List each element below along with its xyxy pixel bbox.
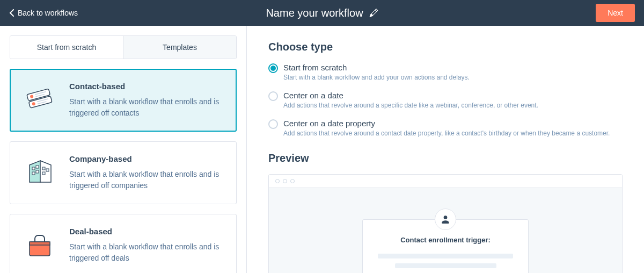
radio-desc: Add actions that revolve around a contac… — [283, 130, 610, 137]
radio-text: Start from scratch Start with a blank wo… — [283, 63, 470, 81]
svg-rect-10 — [32, 167, 35, 170]
skeleton-line — [395, 263, 496, 268]
card-deal-based[interactable]: Deal-based Start with a blank workflow t… — [10, 214, 237, 273]
tabs: Start from scratch Templates — [10, 35, 237, 59]
radio-center-on-date[interactable]: Center on a date Add actions that revolv… — [268, 91, 623, 109]
preview-body: Contact enrollment trigger: — [269, 188, 622, 273]
svg-rect-18 — [30, 242, 50, 245]
window-dot — [275, 179, 280, 183]
title-wrap: Name your workflow — [266, 7, 378, 19]
card-content: Deal-based Start with a blank workflow t… — [69, 227, 224, 264]
company-icon — [22, 154, 57, 190]
back-label: Back to workflows — [18, 9, 78, 17]
tab-templates[interactable]: Templates — [123, 36, 236, 59]
contact-icon — [22, 82, 57, 117]
trigger-title: Contact enrollment trigger: — [378, 236, 513, 244]
card-title: Deal-based — [69, 227, 224, 236]
radio-button[interactable] — [268, 91, 278, 101]
radio-button[interactable] — [268, 63, 278, 73]
svg-rect-15 — [46, 169, 49, 171]
svg-rect-16 — [42, 172, 45, 175]
choose-type-heading: Choose type — [268, 41, 623, 53]
chevron-left-icon — [9, 9, 14, 17]
back-link[interactable]: Back to workflows — [9, 9, 78, 17]
person-icon — [441, 214, 450, 224]
radio-label: Start from scratch — [283, 63, 470, 72]
next-button[interactable]: Next — [596, 4, 635, 22]
window-dot — [283, 179, 287, 183]
radio-button[interactable] — [268, 119, 278, 129]
card-content: Contact-based Start with a blank workflo… — [69, 82, 224, 119]
preview-heading: Preview — [268, 152, 623, 164]
radio-group: Start from scratch Start with a blank wo… — [268, 63, 623, 137]
svg-marker-9 — [40, 161, 51, 182]
deal-icon — [22, 227, 57, 262]
skeleton-line — [378, 254, 513, 258]
card-content: Company-based Start with a blank workflo… — [69, 154, 224, 191]
radio-label: Center on a date — [283, 91, 538, 100]
card-desc: Start with a blank workflow that enrolls… — [69, 169, 224, 191]
page-title: Name your workflow — [266, 7, 363, 19]
header-bar: Back to workflows Name your workflow Nex… — [0, 0, 644, 26]
workflow-type-cards: Contact-based Start with a blank workflo… — [10, 69, 237, 273]
radio-label: Center on a date property — [283, 119, 610, 128]
card-contact-based[interactable]: Contact-based Start with a blank workflo… — [10, 69, 237, 132]
card-title: Contact-based — [69, 82, 224, 91]
radio-text: Center on a date property Add actions th… — [283, 119, 610, 137]
svg-rect-12 — [32, 172, 35, 175]
svg-rect-11 — [36, 166, 39, 168]
avatar-circle — [435, 209, 456, 230]
tab-start-from-scratch[interactable]: Start from scratch — [10, 36, 123, 59]
pencil-icon[interactable] — [370, 9, 378, 17]
card-company-based[interactable]: Company-based Start with a blank workflo… — [10, 141, 237, 204]
radio-center-on-date-property[interactable]: Center on a date property Add actions th… — [268, 119, 623, 137]
svg-rect-13 — [36, 170, 39, 173]
left-panel: Start from scratch Templates Contact-bas… — [0, 26, 247, 273]
svg-rect-14 — [42, 167, 45, 170]
window-dot — [290, 179, 295, 183]
card-desc: Start with a blank workflow that enrolls… — [69, 241, 224, 264]
radio-desc: Add actions that revolve around a specif… — [283, 102, 538, 109]
card-desc: Start with a blank workflow that enrolls… — [69, 96, 224, 119]
radio-start-from-scratch[interactable]: Start from scratch Start with a blank wo… — [268, 63, 623, 81]
radio-desc: Start with a blank workflow and add your… — [283, 74, 470, 81]
card-title: Company-based — [69, 154, 224, 163]
right-panel: Choose type Start from scratch Start wit… — [247, 26, 644, 273]
preview-box: Contact enrollment trigger: — [268, 174, 623, 273]
main-content: Start from scratch Templates Contact-bas… — [0, 26, 644, 273]
preview-window-dots — [269, 175, 622, 188]
radio-text: Center on a date Add actions that revolv… — [283, 91, 538, 109]
